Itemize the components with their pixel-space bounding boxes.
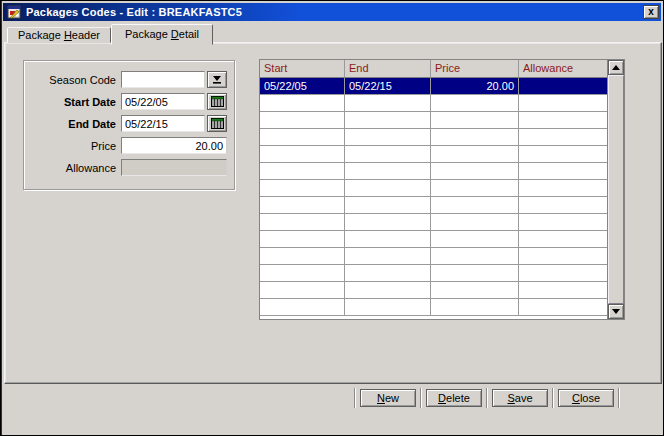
allowance-row: Allowance: [24, 159, 234, 176]
table-cell: [431, 95, 519, 111]
table-cell: [345, 282, 431, 298]
table-cell: [260, 95, 345, 111]
table-cell: [260, 112, 345, 128]
table-cell: 05/22/05: [260, 78, 345, 94]
package-detail-table: Start End Price Allowance 05/22/0505/22/…: [259, 59, 625, 320]
table-cell: [345, 214, 431, 230]
new-button[interactable]: New: [360, 389, 416, 407]
table-cell: [260, 180, 345, 196]
calendar-icon: [211, 118, 224, 129]
table-cell: [519, 248, 607, 264]
price-row: Price: [24, 137, 234, 154]
season-code-label: Season Code: [24, 74, 121, 86]
table-row[interactable]: [260, 214, 607, 231]
table-cell: [431, 163, 519, 179]
table-row[interactable]: [260, 248, 607, 265]
table-row[interactable]: [260, 265, 607, 282]
tab-package-header[interactable]: Package Header: [7, 27, 111, 43]
table-cell: [519, 163, 607, 179]
table-row[interactable]: [260, 282, 607, 299]
table-cell: [519, 180, 607, 196]
scroll-down-button[interactable]: [608, 304, 624, 319]
table-cell: [519, 146, 607, 162]
table-cell: [260, 197, 345, 213]
button-separator: [618, 388, 620, 408]
save-button[interactable]: Save: [492, 389, 548, 407]
column-header-end: End: [345, 60, 431, 77]
table-body: Start End Price Allowance 05/22/0505/22/…: [260, 60, 607, 319]
table-cell: [519, 129, 607, 145]
delete-button[interactable]: Delete: [426, 389, 482, 407]
table-cell: [431, 129, 519, 145]
table-cell: [519, 78, 607, 94]
price-input[interactable]: [121, 137, 227, 154]
arrow-down-icon: [612, 309, 620, 314]
end-date-label: End Date: [24, 118, 121, 130]
table-cell: [345, 265, 431, 281]
tab-package-detail[interactable]: Package Detail: [111, 24, 213, 45]
table-cell: [519, 265, 607, 281]
season-code-row: Season Code: [24, 71, 234, 88]
table-cell: [345, 95, 431, 111]
table-header-row: Start End Price Allowance: [260, 60, 607, 78]
price-label: Price: [24, 140, 121, 152]
table-row[interactable]: [260, 95, 607, 112]
start-date-calendar-button[interactable]: [207, 93, 227, 110]
table-row[interactable]: 05/22/0505/22/1520.00: [260, 78, 607, 95]
dialog-window: Packages Codes - Edit : BREAKFASTC5 x Pa…: [0, 0, 664, 436]
window-title: Packages Codes - Edit : BREAKFASTC5: [26, 6, 242, 18]
table-cell: [345, 197, 431, 213]
action-button-bar: New Delete Save Close: [354, 387, 620, 409]
table-cell: [260, 129, 345, 145]
table-cell: [345, 112, 431, 128]
table-cell: [519, 95, 607, 111]
table-row[interactable]: [260, 197, 607, 214]
grid-rows: 05/22/0505/22/1520.00: [260, 78, 607, 316]
end-date-row: End Date: [24, 115, 234, 132]
table-row[interactable]: [260, 129, 607, 146]
table-cell: [260, 214, 345, 230]
table-cell: [431, 265, 519, 281]
season-code-input[interactable]: [121, 71, 205, 88]
table-cell: [431, 231, 519, 247]
table-cell: 05/22/15: [345, 78, 431, 94]
table-row[interactable]: [260, 231, 607, 248]
vertical-scrollbar[interactable]: [607, 60, 624, 319]
table-cell: [345, 231, 431, 247]
scroll-up-button[interactable]: [608, 60, 624, 75]
table-cell: [519, 214, 607, 230]
close-button[interactable]: x: [643, 5, 659, 19]
table-cell: [431, 180, 519, 196]
table-cell: [431, 248, 519, 264]
allowance-label: Allowance: [24, 162, 121, 174]
table-cell: [431, 299, 519, 315]
table-row[interactable]: [260, 163, 607, 180]
column-header-allowance: Allowance: [519, 60, 607, 77]
table-row[interactable]: [260, 299, 607, 316]
close-action-button[interactable]: Close: [558, 389, 614, 407]
calendar-icon: [211, 96, 224, 107]
end-date-calendar-button[interactable]: [207, 115, 227, 132]
start-date-row: Start Date: [24, 93, 234, 110]
table-cell: [519, 282, 607, 298]
table-row[interactable]: [260, 112, 607, 129]
allowance-input: [121, 159, 227, 176]
table-row[interactable]: [260, 180, 607, 197]
table-row[interactable]: [260, 146, 607, 163]
end-date-input[interactable]: [121, 115, 205, 132]
season-code-lov-button[interactable]: [207, 71, 227, 88]
button-separator: [552, 388, 554, 408]
button-separator: [486, 388, 488, 408]
table-cell: [431, 112, 519, 128]
table-cell: [260, 231, 345, 247]
scrollbar-thumb[interactable]: [608, 75, 624, 304]
arrow-up-icon: [612, 65, 620, 70]
table-cell: [260, 265, 345, 281]
table-cell: [519, 299, 607, 315]
table-cell: [260, 248, 345, 264]
start-date-input[interactable]: [121, 93, 205, 110]
table-cell: [345, 163, 431, 179]
title-bar[interactable]: Packages Codes - Edit : BREAKFASTC5 x: [3, 3, 661, 21]
start-date-label: Start Date: [24, 96, 121, 108]
table-cell: [260, 299, 345, 315]
